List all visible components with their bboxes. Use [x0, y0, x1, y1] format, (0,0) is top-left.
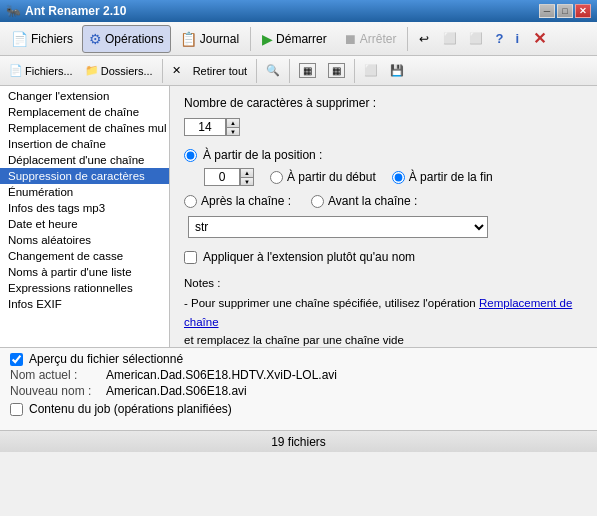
action-buttons: ⬜ 💾: [359, 59, 409, 83]
after-chain-radio[interactable]: [184, 195, 197, 208]
extension-checkbox[interactable]: [184, 251, 197, 264]
sidebar-item-expressions-rationnelles[interactable]: Expressions rationnelles: [0, 280, 169, 296]
copy-button[interactable]: ⬜: [438, 27, 462, 51]
job-checkbox[interactable]: [10, 403, 23, 416]
arreter-icon: ⏹: [343, 31, 357, 47]
retirer-tout-button[interactable]: Retirer tout: [188, 59, 252, 83]
retirer-tout-label: Retirer tout: [193, 65, 247, 77]
info-button[interactable]: i: [510, 27, 524, 51]
before-chain-option: Avant la chaîne :: [311, 194, 417, 208]
current-name-row: Nom actuel : American.Dad.S06E18.HDTV.Xv…: [10, 368, 587, 382]
sidebar-item-remplacement-chaines-mul[interactable]: Remplacement de chaînes mul: [0, 120, 169, 136]
position-input[interactable]: [204, 168, 240, 186]
before-chain-radio[interactable]: [311, 195, 324, 208]
demarrer-label: Démarrer: [276, 32, 327, 46]
job-checkbox-row: Contenu du job (opérations planifiées): [10, 402, 587, 416]
exit-button[interactable]: ✕: [526, 25, 553, 53]
save-icon: 💾: [390, 64, 404, 77]
current-name-value: American.Dad.S06E18.HDTV.XviD-LOL.avi: [106, 368, 337, 382]
grid-button-1[interactable]: ▦: [294, 59, 321, 83]
sidebar-item-changer-extension[interactable]: Changer l'extension: [0, 88, 169, 104]
status-text: 19 fichiers: [271, 435, 326, 449]
position-arrows: ▲ ▼: [240, 168, 254, 186]
notes-section: Notes : - Pour supprimer une chaîne spéc…: [184, 274, 583, 347]
num-chars-up[interactable]: ▲: [226, 118, 240, 127]
separator-1: [250, 27, 251, 51]
num-chars-input[interactable]: [184, 118, 226, 136]
num-chars-row: ▲ ▼: [184, 118, 583, 136]
main-content: 📄 Fichiers ⚙ Opérations 📋 Journal ▶ Déma…: [0, 22, 597, 452]
remove-icon-button[interactable]: ✕: [167, 59, 186, 83]
sidebar-item-noms-aleatoires[interactable]: Noms aléatoires: [0, 232, 169, 248]
fichiers-button[interactable]: 📄 Fichiers: [4, 25, 80, 53]
help-icon: ?: [495, 31, 503, 46]
sidebar-item-deplacement-chaine[interactable]: Déplacement d'une chaîne: [0, 152, 169, 168]
chain-dropdown[interactable]: str: [188, 216, 488, 238]
undo-button[interactable]: ↩: [412, 25, 436, 53]
after-chain-label: Après la chaîne :: [201, 194, 291, 208]
preview-checkbox-row: Aperçu du fichier sélectionné: [10, 352, 587, 366]
content-area: Changer l'extension Remplacement de chaî…: [0, 86, 597, 347]
remove-icon: ✕: [172, 64, 181, 77]
app-title: Ant Renamer 2.10: [25, 4, 126, 18]
maximize-button[interactable]: □: [557, 4, 573, 18]
current-name-label: Nom actuel :: [10, 368, 100, 382]
from-start-radio[interactable]: [270, 171, 283, 184]
save-button[interactable]: 💾: [385, 59, 409, 83]
sidebar-item-suppression-caracteres[interactable]: Suppression de caractères: [0, 168, 169, 184]
from-end-radio[interactable]: [392, 171, 405, 184]
after-chain-option: Après la chaîne :: [184, 194, 291, 208]
action-icon-1: ⬜: [364, 64, 378, 77]
title-bar-controls: ─ □ ✕: [539, 4, 591, 18]
operations-button[interactable]: ⚙ Opérations: [82, 25, 171, 53]
operations-label: Opérations: [105, 32, 164, 46]
position-section: À partir de la position : ▲ ▼ À partir d…: [184, 148, 583, 186]
sidebar-item-remplacement-chaine[interactable]: Remplacement de chaîne: [0, 104, 169, 120]
journal-label: Journal: [200, 32, 239, 46]
from-start-label: À partir du début: [287, 170, 376, 184]
sidebar-item-changement-casse[interactable]: Changement de casse: [0, 248, 169, 264]
right-panel: Nombre de caractères à supprimer : ▲ ▼ À…: [170, 86, 597, 347]
sidebar-item-infos-tags-mp3[interactable]: Infos des tags mp3: [0, 200, 169, 216]
title-bar-left: 🐜 Ant Renamer 2.10: [6, 4, 126, 18]
position-down[interactable]: ▼: [240, 177, 254, 186]
grid-buttons: ▦ ▦: [294, 59, 350, 83]
close-button[interactable]: ✕: [575, 4, 591, 18]
from-position-label: À partir de la position :: [203, 148, 322, 162]
from-position-radio[interactable]: [184, 149, 197, 162]
num-chars-spinner: ▲ ▼: [184, 118, 240, 136]
minimize-button[interactable]: ─: [539, 4, 555, 18]
new-name-row: Nouveau nom : American.Dad.S06E18.avi: [10, 384, 587, 398]
sidebar-item-enumeration[interactable]: Énumération: [0, 184, 169, 200]
journal-button[interactable]: 📋 Journal: [173, 25, 246, 53]
search-button[interactable]: 🔍: [261, 59, 285, 83]
separator-4: [256, 59, 257, 83]
position-spinner: ▲ ▼: [204, 168, 254, 186]
new-name-value: American.Dad.S06E18.avi: [106, 384, 247, 398]
sidebar-item-date-heure[interactable]: Date et heure: [0, 216, 169, 232]
search-icon: 🔍: [266, 64, 280, 77]
fichiers2-button[interactable]: 📄 Fichiers...: [4, 59, 78, 83]
num-chars-down[interactable]: ▼: [226, 127, 240, 136]
demarrer-button[interactable]: ▶ Démarrer: [255, 25, 334, 53]
separator-3: [162, 59, 163, 83]
preview-checkbox[interactable]: [10, 353, 23, 366]
notes-line1: - Pour supprimer une chaîne spécifiée, u…: [184, 294, 583, 331]
arreter-button[interactable]: ⏹ Arrêter: [336, 25, 404, 53]
sidebar-item-noms-liste[interactable]: Noms à partir d'une liste: [0, 264, 169, 280]
separator-6: [354, 59, 355, 83]
new-name-label: Nouveau nom :: [10, 384, 100, 398]
grid-button-2[interactable]: ▦: [323, 59, 350, 83]
preview-area: Aperçu du fichier sélectionné Nom actuel…: [0, 347, 597, 430]
position-up[interactable]: ▲: [240, 168, 254, 177]
notes-line2: et remplacez la chaîne par une chaîne vi…: [184, 331, 583, 347]
info-icon: i: [515, 31, 519, 46]
sidebar-item-infos-exif[interactable]: Infos EXIF: [0, 296, 169, 312]
sidebar-item-insertion-chaine[interactable]: Insertion de chaîne: [0, 136, 169, 152]
help-button[interactable]: ?: [490, 27, 508, 51]
paste-button[interactable]: ⬜: [464, 27, 488, 51]
from-end-option: À partir de la fin: [392, 170, 493, 184]
action-button-1[interactable]: ⬜: [359, 59, 383, 83]
journal-icon: 📋: [180, 31, 197, 47]
dossiers-button[interactable]: 📁 Dossiers...: [80, 59, 158, 83]
